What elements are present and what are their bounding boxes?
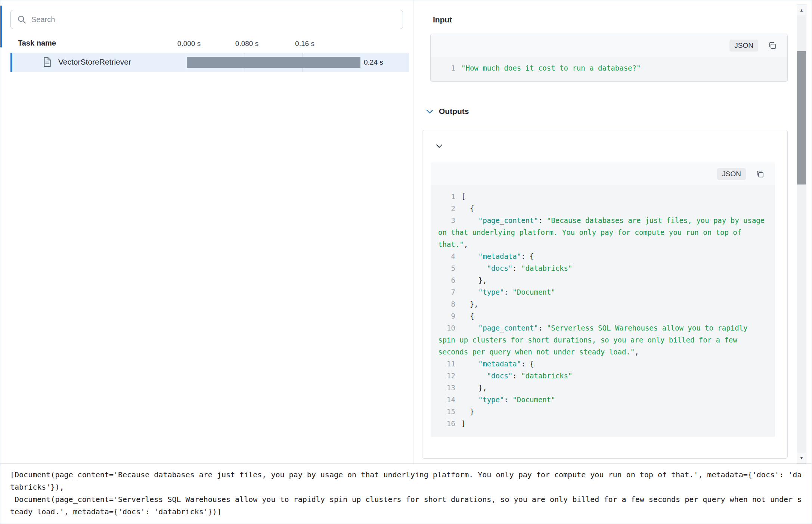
time-tick-label: 0.080 s: [235, 40, 258, 48]
raw-output-panel: [Document(page_content='Because database…: [0, 463, 812, 524]
outputs-section-title: Outputs: [439, 107, 469, 116]
line-number: 12: [438, 370, 455, 382]
vertical-scrollbar[interactable]: ▲ ▼: [797, 4, 806, 463]
code-line: 10 "page_content": "Serverless SQL Wareh…: [438, 322, 768, 358]
code-line: 1[: [438, 190, 768, 202]
code-line: 12 "docs": "databricks": [438, 370, 768, 382]
outputs-code-toolbar: JSON: [431, 162, 775, 185]
input-code-toolbar: JSON: [431, 34, 787, 57]
line-number: 8: [438, 298, 455, 310]
line-number: 13: [438, 382, 455, 394]
input-code-card: JSON 1"How much does it cost to run a da…: [430, 34, 788, 82]
input-section-title: Input: [433, 15, 452, 24]
json-format-chip[interactable]: JSON: [729, 40, 758, 52]
time-tick-label: 0.000 s: [177, 40, 201, 48]
raw-output-text: [Document(page_content='Because database…: [10, 469, 802, 518]
json-format-chip[interactable]: JSON: [717, 168, 746, 180]
code-line: 5 "docs": "databricks": [438, 262, 768, 274]
search-icon: [17, 15, 27, 24]
line-number: 6: [438, 274, 455, 286]
task-table-header: Task name 0.000 s 0.080 s 0.16 s: [10, 36, 409, 51]
line-number: 7: [438, 286, 455, 298]
code-line: 6 },: [438, 274, 768, 286]
scrollbar-up-arrow[interactable]: ▲: [797, 5, 806, 15]
code-line: 9 {: [438, 310, 768, 322]
code-line: 1"How much does it cost to run a databas…: [438, 62, 780, 74]
raw-output-line: Document(page_content='Serverless SQL Wa…: [10, 493, 802, 518]
duration-bar: [187, 57, 360, 68]
task-row-vectorstoreretriever[interactable]: VectorStoreRetriever 0.24 s: [10, 53, 409, 72]
document-icon: [41, 56, 53, 68]
span-detail-panel: Input JSON 1"How much does it cost to ru…: [413, 0, 812, 463]
search-input[interactable]: [31, 15, 397, 24]
code-line: 3 "page_content": "Because databases are…: [438, 214, 768, 250]
code-line: 2 {: [438, 202, 768, 214]
left-edge-accent: [0, 6, 2, 47]
line-number: 9: [438, 310, 455, 322]
task-name: VectorStoreRetriever: [58, 58, 131, 66]
scrollbar-down-arrow[interactable]: ▼: [797, 453, 806, 463]
line-number: 11: [438, 358, 455, 370]
line-number: 10: [438, 322, 455, 334]
scrollbar-thumb[interactable]: [797, 51, 806, 185]
outputs-code: 1[2 {3 "page_content": "Because database…: [431, 185, 775, 437]
line-number: 2: [438, 202, 455, 214]
copy-icon[interactable]: [768, 41, 777, 50]
code-line: 16]: [438, 418, 768, 430]
line-number: 3: [438, 214, 455, 226]
outputs-section-header[interactable]: Outputs: [426, 107, 469, 116]
code-line: 13 },: [438, 382, 768, 394]
copy-icon[interactable]: [756, 170, 765, 179]
search-box[interactable]: [10, 10, 403, 29]
line-number: 4: [438, 250, 455, 262]
line-number: 15: [438, 406, 455, 418]
line-number: 1: [438, 190, 455, 202]
code-line: 7 "type": "Document": [438, 286, 768, 298]
task-name-column-header: Task name: [18, 39, 56, 47]
line-number: 14: [438, 394, 455, 406]
outputs-card: JSON 1[2 {3 "page_content": "Because dat…: [422, 130, 788, 459]
raw-output-line: [Document(page_content='Because database…: [10, 469, 802, 493]
time-tick-label: 0.16 s: [295, 40, 314, 48]
trace-viewer: Task name 0.000 s 0.080 s 0.16 s: [0, 0, 812, 524]
code-line: 14 "type": "Document": [438, 394, 768, 406]
chevron-down-icon[interactable]: [436, 143, 443, 150]
selected-row-accent: [10, 53, 12, 72]
main-area: Task name 0.000 s 0.080 s 0.16 s: [0, 0, 812, 463]
outputs-code-block: JSON 1[2 {3 "page_content": "Because dat…: [431, 162, 775, 437]
code-line: 4 "metadata": {: [438, 250, 768, 262]
chevron-down-icon[interactable]: [426, 109, 433, 114]
line-number: 1: [438, 62, 455, 74]
task-timeline-panel: Task name 0.000 s 0.080 s 0.16 s: [0, 0, 413, 463]
code-line: 8 },: [438, 298, 768, 310]
code-line: 15 }: [438, 406, 768, 418]
input-code: 1"How much does it cost to run a databas…: [431, 57, 787, 81]
line-number: 5: [438, 262, 455, 274]
duration-label: 0.24 s: [364, 58, 383, 66]
line-number: 16: [438, 418, 455, 430]
code-line: 11 "metadata": {: [438, 358, 768, 370]
